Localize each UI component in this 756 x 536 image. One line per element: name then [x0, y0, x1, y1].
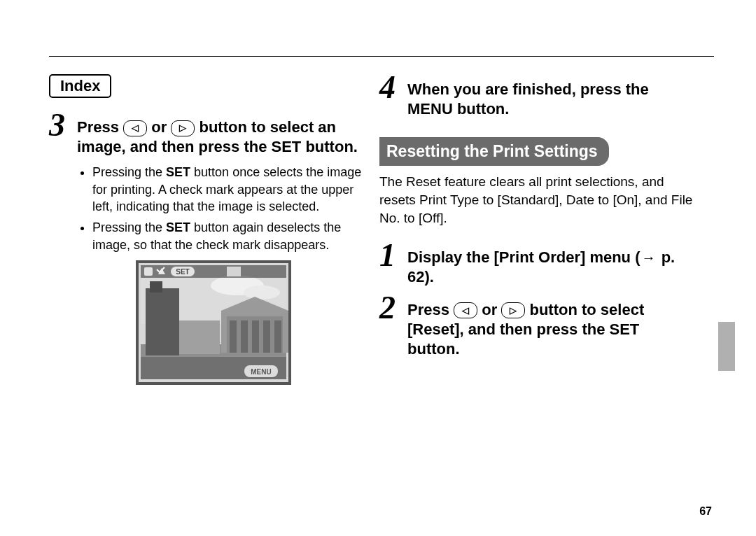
step-4: 4 When you are finished, press the MENU …	[379, 74, 693, 119]
right-column: 4 When you are finished, press the MENU …	[379, 74, 693, 385]
step-3: 3 Press ◁ or ▷ button to select an image…	[49, 112, 363, 157]
svg-text:MENU: MENU	[251, 368, 271, 376]
list-item: Pressing the SET button once selects the…	[92, 164, 363, 215]
step-number: 4	[379, 71, 400, 104]
svg-text:SET: SET	[176, 268, 189, 276]
svg-rect-12	[241, 320, 248, 353]
step-text: Press ◁ or ▷ button to select [Reset], a…	[407, 295, 693, 359]
reset-step-1: 1 Display the [Print Order] menu (→ p. 6…	[379, 242, 693, 287]
svg-rect-14	[263, 320, 270, 353]
svg-rect-15	[274, 320, 281, 353]
svg-rect-7	[146, 288, 179, 355]
right-arrow-icon: ▷	[501, 302, 525, 318]
right-arrow-icon: ▷	[171, 120, 195, 136]
thumbnail-image: SET MENU	[136, 260, 291, 385]
step-text: Press ◁ or ▷ button to select an image, …	[77, 112, 363, 157]
page-number: 67	[699, 505, 712, 518]
reset-step-2: 2 Press ◁ or ▷ button to select [Reset],…	[379, 295, 693, 359]
reference-arrow-icon: →	[642, 249, 656, 267]
step-number: 2	[379, 292, 400, 324]
index-badge: Index	[49, 74, 111, 98]
svg-rect-13	[252, 320, 259, 353]
camera-preview-thumbnail: SET MENU	[136, 260, 363, 385]
text-fragment: or	[151, 118, 171, 136]
svg-rect-11	[230, 320, 237, 353]
step-text: When you are finished, press the MENU bu…	[407, 74, 693, 119]
left-arrow-icon: ◁	[454, 302, 477, 318]
section-intro: The Reset feature clears all print selec…	[379, 173, 693, 227]
list-item: Pressing the SET button again deselects …	[92, 219, 363, 253]
svg-rect-21	[227, 267, 241, 276]
text-fragment: ).	[424, 268, 433, 285]
svg-point-4	[244, 285, 280, 299]
text-fragment: Display the [Print Order] menu (	[407, 248, 640, 266]
svg-rect-16	[179, 320, 220, 354]
step-number: 3	[49, 109, 70, 141]
text-fragment: Press	[407, 301, 454, 318]
left-column: Index 3 Press ◁ or ▷ button to select an…	[49, 74, 363, 385]
svg-rect-18	[144, 267, 153, 276]
step-text: Display the [Print Order] menu (→ p. 62)…	[407, 242, 693, 287]
left-arrow-icon: ◁	[123, 120, 147, 136]
step-number: 1	[379, 239, 400, 271]
text-fragment: Press	[77, 118, 123, 136]
text-fragment: or	[482, 301, 501, 318]
section-heading-label: Resetting the Print Settings	[379, 137, 609, 166]
content-columns: Index 3 Press ◁ or ▷ button to select an…	[49, 74, 693, 385]
section-heading: Resetting the Print Settings	[379, 137, 693, 166]
side-tab	[718, 322, 735, 371]
svg-rect-8	[150, 281, 162, 292]
step-3-details: Pressing the SET button once selects the…	[92, 164, 363, 253]
